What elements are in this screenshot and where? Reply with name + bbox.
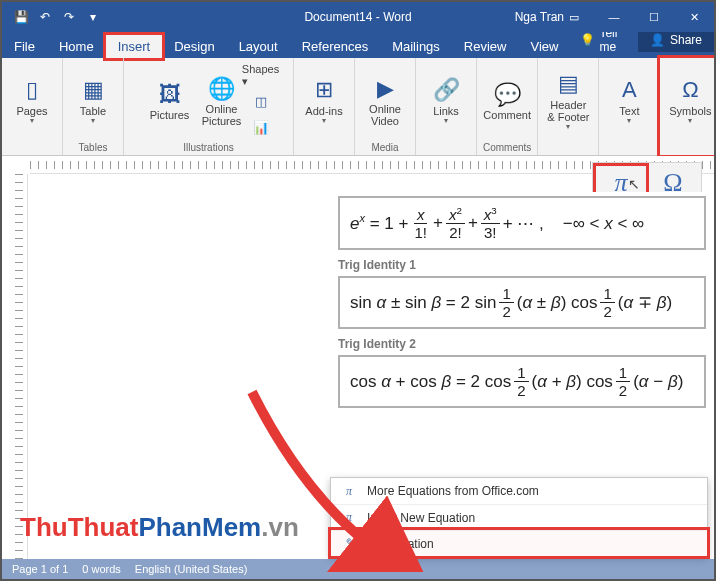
table-button[interactable]: ▦Table▾ bbox=[69, 75, 117, 128]
online-picture-icon: 🌐 bbox=[208, 75, 235, 103]
undo-icon[interactable]: ↶ bbox=[38, 10, 52, 24]
redo-icon[interactable]: ↷ bbox=[62, 10, 76, 24]
status-page[interactable]: Page 1 of 1 bbox=[12, 563, 68, 575]
smartart-icon[interactable]: ◫ bbox=[250, 90, 272, 112]
text-button[interactable]: AText▾ bbox=[605, 75, 653, 128]
minimize-icon[interactable]: — bbox=[594, 2, 634, 32]
tab-layout[interactable]: Layout bbox=[227, 35, 290, 58]
equation-gallery: ex = 1 + x1!+ x22!+ x33! + ⋯ , −∞ < x < … bbox=[338, 192, 706, 416]
online-video-button[interactable]: ▶Online Video bbox=[361, 73, 409, 129]
watermark-part: .vn bbox=[261, 512, 299, 542]
group-header-footer: ▤Header & Footer▾ . bbox=[538, 58, 599, 155]
tab-file[interactable]: File bbox=[2, 35, 47, 58]
window-controls: ▭ — ☐ ✕ bbox=[554, 2, 714, 32]
lightbulb-icon: 💡 bbox=[580, 33, 595, 47]
group-tables: ▦Table▾ Tables bbox=[63, 58, 124, 155]
page-icon: ▯ bbox=[26, 77, 38, 105]
group-label: Illustrations bbox=[183, 142, 234, 153]
addins-button[interactable]: ⊞Add-ins▾ bbox=[300, 75, 348, 128]
omega-icon: Ω bbox=[682, 77, 698, 105]
menu-more-equations[interactable]: π More Equations from Office.com bbox=[331, 478, 707, 504]
watermark-part: PhanMem bbox=[138, 512, 261, 542]
tab-mailings[interactable]: Mailings bbox=[380, 35, 452, 58]
ribbon-tabs: File Home Insert Design Layout Reference… bbox=[2, 32, 714, 58]
watermark-part: ThuThuat bbox=[20, 512, 138, 542]
tab-insert[interactable]: Insert bbox=[106, 35, 163, 58]
group-symbols: ΩSymbols▾ . bbox=[660, 58, 716, 155]
group-comments: 💬Comment Comments bbox=[477, 58, 538, 155]
chart-icon[interactable]: 📊 bbox=[250, 116, 272, 138]
pencil-icon: ✎ bbox=[341, 536, 357, 551]
equation-item-trig2[interactable]: cos α + cos β = 2 cos 12 (α + β) cos 12 … bbox=[338, 355, 706, 408]
header-footer-button[interactable]: ▤Header & Footer▾ bbox=[544, 69, 592, 134]
vertical-ruler[interactable] bbox=[10, 174, 28, 559]
qat-more-icon[interactable]: ▾ bbox=[86, 10, 100, 24]
person-icon: 👤 bbox=[650, 33, 665, 47]
tab-home[interactable]: Home bbox=[47, 35, 106, 58]
comment-icon: 💬 bbox=[494, 81, 521, 109]
close-icon[interactable]: ✕ bbox=[674, 2, 714, 32]
pictures-button[interactable]: 🖼Pictures bbox=[146, 79, 194, 123]
watermark: ThuThuatPhanMem.vn bbox=[20, 512, 299, 543]
textbox-icon: A bbox=[622, 77, 637, 105]
title-bar: 💾 ↶ ↷ ▾ Document14 - Word Nga Tran ▭ — ☐… bbox=[2, 2, 714, 32]
tab-design[interactable]: Design bbox=[162, 35, 226, 58]
status-bar: Page 1 of 1 0 words English (United Stat… bbox=[2, 559, 714, 579]
group-illustrations: 🖼Pictures 🌐Online Pictures Shapes ▾ ◫ 📊 … bbox=[124, 58, 294, 155]
pages-button[interactable]: ▯Pages▾ bbox=[8, 75, 56, 128]
ribbon-options-icon[interactable]: ▭ bbox=[554, 2, 594, 32]
group-media: ▶Online Video Media bbox=[355, 58, 416, 155]
equation-item-taylor[interactable]: ex = 1 + x1!+ x22!+ x33! + ⋯ , −∞ < x < … bbox=[338, 196, 706, 250]
group-pages: ▯Pages▾ . bbox=[2, 58, 63, 155]
group-label: Comments bbox=[483, 142, 531, 153]
pi-icon: π bbox=[341, 484, 357, 499]
quick-access-toolbar: 💾 ↶ ↷ ▾ bbox=[2, 10, 100, 24]
shapes-button[interactable]: Shapes ▾ bbox=[250, 64, 272, 86]
video-icon: ▶ bbox=[377, 75, 394, 103]
addins-icon: ⊞ bbox=[315, 77, 333, 105]
group-label: Tables bbox=[79, 142, 108, 153]
tab-review[interactable]: Review bbox=[452, 35, 519, 58]
group-links: 🔗Links▾ . bbox=[416, 58, 477, 155]
symbols-button[interactable]: ΩSymbols▾ bbox=[666, 75, 714, 128]
table-icon: ▦ bbox=[83, 77, 104, 105]
status-language[interactable]: English (United States) bbox=[135, 563, 248, 575]
group-addins: ⊞Add-ins▾ . bbox=[294, 58, 355, 155]
group-label: Media bbox=[371, 142, 398, 153]
comment-button[interactable]: 💬Comment bbox=[483, 79, 531, 123]
tab-references[interactable]: References bbox=[290, 35, 380, 58]
header-icon: ▤ bbox=[558, 71, 579, 99]
save-icon[interactable]: 💾 bbox=[14, 10, 28, 24]
maximize-icon[interactable]: ☐ bbox=[634, 2, 674, 32]
status-words[interactable]: 0 words bbox=[82, 563, 121, 575]
group-text: AText▾ . bbox=[599, 58, 660, 155]
menu-insert-new-equation[interactable]: π Insert New Equation bbox=[331, 504, 707, 530]
menu-ink-equation[interactable]: ✎ Ink Equation bbox=[331, 530, 707, 556]
pi-icon: π bbox=[341, 510, 357, 525]
ribbon: ▯Pages▾ . ▦Table▾ Tables 🖼Pictures 🌐Onli… bbox=[2, 58, 714, 156]
document-title: Document14 - Word bbox=[304, 10, 411, 24]
equation-item-trig1[interactable]: sin α ± sin β = 2 sin 12 (α ± β) cos 12 … bbox=[338, 276, 706, 329]
equation-heading-trig1: Trig Identity 1 bbox=[338, 258, 706, 272]
link-icon: 🔗 bbox=[433, 77, 460, 105]
picture-icon: 🖼 bbox=[159, 81, 181, 109]
equation-dropdown-menu: π More Equations from Office.com π Inser… bbox=[330, 477, 708, 557]
cursor-icon: ↖ bbox=[628, 176, 640, 192]
tab-view[interactable]: View bbox=[518, 35, 570, 58]
links-button[interactable]: 🔗Links▾ bbox=[422, 75, 470, 128]
equation-heading-trig2: Trig Identity 2 bbox=[338, 337, 706, 351]
online-pictures-button[interactable]: 🌐Online Pictures bbox=[198, 73, 246, 129]
